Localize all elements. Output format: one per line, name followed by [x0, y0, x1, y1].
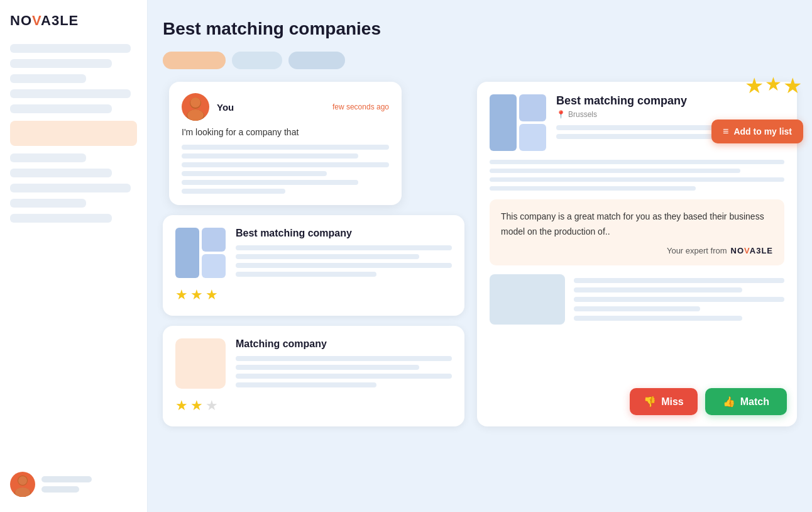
star-1: ★ [175, 398, 188, 414]
card-lines [236, 356, 452, 387]
sidebar-item [10, 59, 112, 68]
company-logo [175, 228, 226, 278]
sep-line [490, 169, 740, 173]
expert-text: This company is a great match for you as… [501, 209, 773, 240]
chat-username: You [217, 102, 234, 113]
svg-point-2 [18, 476, 27, 485]
sidebar-item [10, 199, 86, 208]
filter-bar [163, 52, 797, 69]
expert-recommendation: This company is a great match for you as… [490, 199, 784, 265]
bottom-section [490, 274, 784, 325]
chat-message: I'm looking for a company that [182, 127, 389, 137]
detail-location: 📍 Brussels [556, 110, 784, 119]
svg-point-6 [190, 97, 200, 108]
sidebar-item [10, 169, 112, 177]
miss-button[interactable]: 👎 Miss [630, 388, 698, 415]
list-icon: ≡ [723, 126, 728, 137]
svg-point-7 [187, 109, 204, 121]
logo: NOVA3LE [10, 13, 137, 29]
chat-line [182, 162, 389, 167]
star-2: ★ [190, 398, 203, 414]
star-3: ★ [206, 287, 218, 303]
matching-card[interactable]: Matching company ★ ★ ★ [163, 326, 464, 426]
content-grid: You few seconds ago I'm looking for a co… [163, 82, 797, 426]
chat-bubble: You few seconds ago I'm looking for a co… [169, 82, 402, 205]
card-line [236, 382, 376, 387]
card-line [236, 263, 452, 268]
chat-line [182, 145, 389, 150]
filter-pill-3[interactable] [288, 52, 345, 69]
big-star-3: ★ [783, 73, 802, 98]
card-line [236, 365, 419, 370]
chat-avatar [182, 93, 209, 121]
page-title: Best matching companies [163, 19, 797, 39]
sidebar-item [10, 184, 131, 192]
bottom-line [574, 287, 742, 292]
card-inner: Best matching company [175, 228, 452, 278]
card-stars: ★ ★ ★ [175, 287, 452, 303]
sidebar-item [10, 153, 86, 162]
card-stars: ★ ★ ★ [175, 398, 452, 414]
bottom-line [574, 278, 784, 283]
chat-line [182, 153, 358, 159]
user-avatar [10, 472, 35, 497]
matching-company-logo [175, 338, 226, 389]
best-match-card[interactable]: Best matching company ★ ★ ★ [163, 215, 464, 316]
add-to-list-label: Add to my list [733, 126, 792, 136]
expert-signature: Your expert from NOVA3LE [501, 246, 773, 255]
filter-pill-2[interactable] [232, 52, 282, 69]
star-2: ★ [190, 287, 203, 303]
card-line [236, 245, 452, 250]
bottom-line [574, 316, 742, 321]
thumbs-up-icon: 👍 [723, 396, 735, 408]
match-button[interactable]: 👍 Match [705, 388, 787, 415]
card-info: Matching company [236, 338, 452, 389]
card-line [236, 272, 376, 277]
bottom-image [490, 274, 565, 325]
miss-label: Miss [661, 396, 684, 408]
star-3: ★ [206, 398, 218, 414]
sep-line [490, 177, 784, 182]
card-company-name: Best matching company [236, 228, 452, 239]
detail-company-logo [490, 94, 546, 151]
star-1: ★ [175, 287, 188, 303]
location-text: Brussels [568, 110, 597, 119]
main-content: Best matching companies [148, 0, 812, 512]
card-lines [236, 245, 452, 277]
user-name-placeholder [41, 476, 92, 482]
bottom-line [574, 297, 784, 302]
novable-logo-small: NOVA3LE [731, 246, 773, 255]
sep-line [490, 186, 696, 191]
left-column: You few seconds ago I'm looking for a co… [163, 82, 464, 426]
sidebar-highlight [10, 121, 137, 146]
filter-pill-1[interactable] [163, 52, 226, 69]
chat-lines [182, 145, 389, 194]
sidebar: NOVA3LE [0, 0, 148, 512]
big-star-1: ★ [745, 73, 764, 98]
user-info [41, 476, 92, 493]
sidebar-item [10, 44, 131, 53]
match-label: Match [740, 396, 769, 408]
sep-line [490, 160, 784, 164]
chat-line [182, 189, 285, 194]
chat-line [182, 171, 327, 176]
card-inner: Matching company [175, 338, 452, 389]
thumbs-down-icon: 👎 [644, 396, 656, 408]
chat-header: You few seconds ago [182, 93, 389, 121]
location-pin-icon: 📍 [556, 110, 566, 119]
bottom-lines [574, 274, 784, 325]
user-profile-row [10, 472, 92, 497]
card-line [236, 254, 419, 259]
add-to-list-button[interactable]: ≡ Add to my list [711, 120, 803, 143]
matching-company-name: Matching company [236, 338, 452, 350]
user-role-placeholder [41, 486, 79, 493]
sidebar-item [10, 104, 112, 113]
chat-timestamp: few seconds ago [332, 103, 389, 111]
card-line [236, 356, 452, 361]
sidebar-item [10, 89, 131, 98]
sidebar-item [10, 214, 112, 223]
separator-lines [490, 160, 784, 191]
sidebar-item [10, 74, 86, 83]
expert-from-text: Your expert from [667, 246, 727, 255]
detail-stars: ★ ★ ★ [745, 73, 802, 98]
